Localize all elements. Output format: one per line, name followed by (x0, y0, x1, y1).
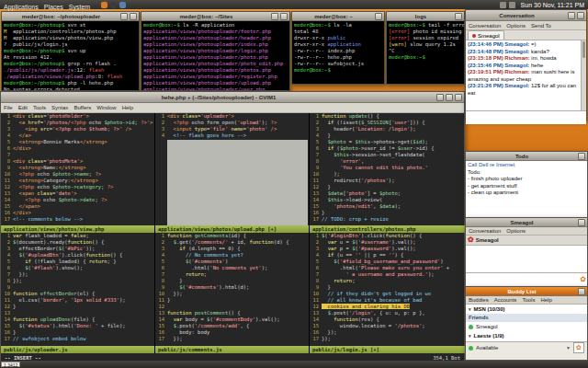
close-icon[interactable] (375, 13, 382, 20)
im-input[interactable]: ✿ (466, 272, 587, 286)
close-icon[interactable] (280, 13, 288, 20)
im-messages[interactable] (466, 246, 587, 272)
clock[interactable]: Sun 30 Nov, 11:21 PM (521, 2, 584, 8)
menu-item-accounts[interactable]: Accounts (494, 297, 517, 303)
vim-pane-top-right[interactable]: 1function update() {2 if (!isset($_SESSI… (310, 113, 466, 233)
firefox-launcher-icon[interactable] (101, 2, 107, 8)
chat-message: (23:15:46 PM) Smeagol: hehe (468, 63, 584, 70)
vim-pane-top-left[interactable]: 1<div class='photoHolder'>2 <a href='/ph… (1, 113, 155, 233)
menu-item-send-to[interactable]: Send To (531, 23, 551, 29)
menu-item-help[interactable]: Help (540, 297, 551, 303)
menu-item-tools[interactable]: Tools (522, 297, 535, 303)
terminal-line: drwxr-xr-x public (294, 35, 382, 41)
menu-item-syntax[interactable]: Syntax (51, 105, 68, 110)
maximize-icon[interactable] (446, 94, 453, 101)
close-icon[interactable] (578, 288, 585, 295)
expander-icon[interactable]: ▾ (469, 305, 471, 314)
todo-title: Todo (468, 154, 576, 159)
close-icon[interactable] (455, 94, 462, 101)
message-input[interactable] (466, 110, 586, 124)
buddy-list-rows[interactable]: ▾MSN (10/30)FriendsSmeagol▾Laeste (1/9) (466, 305, 587, 341)
buddy-list-window[interactable]: Buddy List BuddiesAccountsToolsHelp ▾MSN… (465, 286, 588, 361)
group-row[interactable]: ▾MSN (10/30) (466, 305, 587, 314)
menu-item-options[interactable]: Options (506, 23, 526, 29)
terminal-launcher-icon[interactable] (110, 2, 117, 8)
im-title: Smeagol (468, 220, 576, 225)
close-icon[interactable] (577, 12, 584, 19)
code-line: 4 <!-- flash goes here --> (156, 132, 308, 139)
menu-item-help[interactable]: Help (122, 105, 133, 110)
scrollbar[interactable] (581, 40, 586, 110)
expander-icon[interactable]: ▾ (469, 331, 471, 340)
terminal-window-4[interactable]: logs meder@box:~$ tail -f error.log[erro… (386, 11, 465, 85)
network-icon[interactable] (509, 2, 515, 8)
terminal-line: ./public/js/uploader.js:12: flash (4, 67, 137, 74)
menu-item-conversation[interactable]: Conversation (469, 228, 501, 234)
menu-item-tools[interactable]: Tools (33, 105, 46, 110)
code-line: 12 cookies and clearing his DB (311, 304, 465, 310)
terminal-output[interactable]: meder@box:~$ ls -latotal 48drwxr-xr-x pu… (292, 21, 384, 84)
buddy-icon-selector[interactable]: ✿ (573, 342, 584, 353)
code-line: 6 if ($photo->user_id != $user->id) { (311, 145, 465, 152)
close-icon[interactable] (130, 13, 137, 20)
workspace-pager[interactable]: 1 3412 (1, 362, 20, 367)
todo-window[interactable]: Todo Call Dell re InternetTodo:- finish … (465, 151, 588, 216)
terminal-window-2[interactable]: meder@box: ~/Sites meder@box:~$ ls -R ap… (141, 11, 290, 91)
terminal-line: -rw-r--r-- hehe.php (294, 54, 382, 61)
menu-item-edit[interactable]: Edit (18, 105, 28, 110)
terminal-window-3[interactable]: meder@box: ~ meder@box:~$ ls -latotal 48… (291, 11, 385, 85)
conversation-window[interactable]: Conversation ConversationOptionsSend To … (465, 9, 587, 121)
menu-item-system[interactable]: System (69, 4, 90, 10)
buddy-row-smeagol[interactable]: Smeagol (466, 322, 587, 331)
header-row[interactable]: Friends (466, 314, 587, 322)
menu-item-applications[interactable]: Applications (4, 4, 39, 10)
code-line: 5 $('#field_bg_username_and_password') (311, 259, 465, 265)
email-launcher-icon[interactable] (119, 2, 126, 8)
tab-smeagol[interactable]: Smeagol (468, 30, 504, 40)
volume-icon[interactable] (500, 2, 506, 8)
own-avatar-icon[interactable]: ✿ (580, 276, 586, 283)
row-label: Laeste (1/9) (474, 331, 504, 340)
vim-statusline: public/js/uploader.js (1, 346, 154, 353)
menu-item-file[interactable]: File (4, 105, 13, 110)
menu-item-buffers[interactable]: Buffers (74, 105, 91, 110)
im-window-smeagol[interactable]: Smeagol ConversationOptions ✿ Smeagol ✿ (465, 217, 588, 286)
menu-item-buddies[interactable]: Buddies (469, 297, 489, 303)
code-line: 17// TODO: crop + resize (311, 216, 465, 223)
todo-line: - clean up apartment (468, 190, 585, 197)
minimize-icon[interactable] (271, 13, 278, 20)
status-selector[interactable]: Available ▼ ✿ (466, 341, 587, 353)
vim-pane-bottom-left[interactable]: 1var flash_loaded = false;2$(document).r… (1, 233, 155, 353)
vim-pane-bottom-right[interactable]: 1$('#loginBtn').click(function() {2 var … (310, 233, 466, 353)
code-line: 17 }); (156, 336, 308, 342)
vim-pane-top-middle[interactable]: 1<div class='uploader'>2 <?php echo form… (155, 113, 310, 233)
terminal-output[interactable]: meder@box:~$ tail -f error.log[error] ph… (387, 21, 464, 84)
terminal-line: meder@box:~$ (389, 54, 462, 61)
todo-line: - get apartment stuff (468, 183, 585, 190)
terminal-line: meder@box:~$ (294, 67, 382, 74)
code-line: 15 </span> (2, 203, 153, 210)
menu-item-window[interactable]: Window (96, 105, 116, 110)
code-line: 4 } (311, 132, 465, 139)
buddy-name: Smeagol (476, 237, 499, 243)
minimize-icon[interactable] (436, 94, 444, 101)
terminal-window-1[interactable]: meder@box: ~/photouploader meder@box:~/p… (1, 11, 140, 91)
close-icon[interactable] (455, 13, 462, 20)
minimize-icon[interactable] (568, 12, 575, 19)
vim-pane-bottom-middle[interactable]: 1function getComments(id) {2 $.get('/com… (155, 233, 310, 353)
code-line: 9 } (311, 284, 465, 291)
group-row[interactable]: ▾Laeste (1/9) (466, 331, 587, 340)
menu-item-options[interactable]: Options (506, 228, 526, 234)
conv-messages[interactable]: (23:14:46 PM) Smeagol: =)(23:14:48 PM) S… (466, 40, 586, 110)
close-icon[interactable] (578, 153, 585, 160)
minimize-icon[interactable] (120, 13, 128, 20)
code-line: 17// swfobject embed below (2, 336, 153, 342)
gvim-window[interactable]: hehe.php + (~/Sites/photouploader) - GVI… (0, 91, 465, 361)
menu-item-conversation[interactable]: Conversation (469, 23, 501, 29)
terminal-output[interactable]: meder@box:~$ ls -R applicationapplicatio… (141, 21, 289, 90)
close-icon[interactable] (578, 219, 585, 226)
code-line: 1var flash_loaded = false; (2, 233, 153, 239)
menu-item-places[interactable]: Places (44, 4, 63, 10)
todo-body[interactable]: Call Dell re InternetTodo:- finish photo… (466, 161, 587, 217)
terminal-output[interactable]: meder@box:~/photoup$ svn stM application… (2, 21, 139, 90)
